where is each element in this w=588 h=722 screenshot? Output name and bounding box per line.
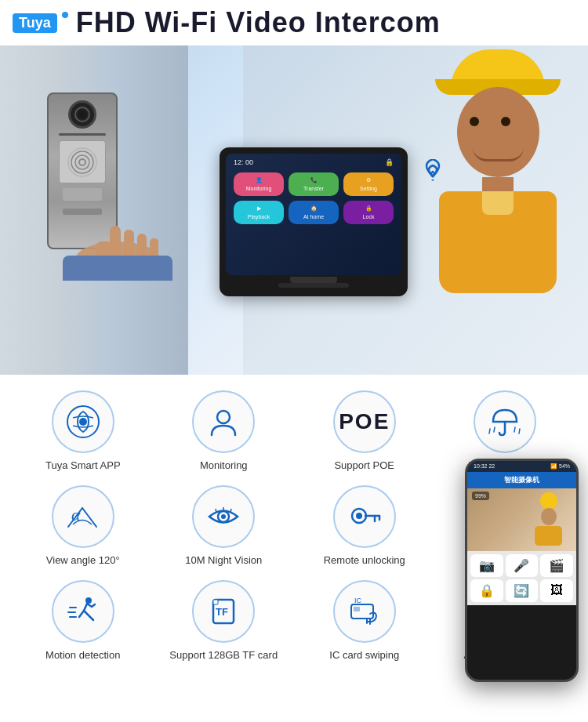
monitor-btn-lock: 🔒 Lock [343, 201, 394, 224]
battery-overlay: 99% [472, 492, 489, 500]
phone-controls-grid: 📷 🎤 🎬 🔒 🔄 🖼 [470, 554, 573, 602]
phone-video-preview: 99% [467, 488, 576, 551]
phone-ctrl-video[interactable]: 🎬 [540, 554, 573, 577]
person-head [457, 87, 539, 177]
phone-app-title: 智能摄像机 [504, 476, 539, 484]
night-vision-icon-svg [205, 499, 241, 535]
remote-unlock-label: Remote unlocking [324, 554, 405, 568]
feature-night-vision: 10M Night Vision [157, 485, 292, 568]
phone-ctrl-camera[interactable]: 📷 [470, 554, 503, 577]
svg-text:IC: IC [354, 597, 362, 604]
lock-icon: 🔒 [365, 205, 372, 212]
wifi-icon [417, 159, 448, 184]
monitor-base [278, 283, 349, 288]
tf-card-icon-svg: TF [205, 593, 241, 629]
monitor-screen: 12: 00 🔒 👤 Monitoring 📞 Transfer ⚙ Setti… [226, 154, 401, 275]
video-face [541, 508, 557, 525]
hand-pressing [63, 202, 220, 320]
phone-controls: 📷 🎤 🎬 🔒 🔄 🖼 [467, 551, 576, 605]
monitoring-label: Monitoring [200, 459, 248, 473]
hero-section: 12: 00 🔒 👤 Monitoring 📞 Transfer ⚙ Setti… [0, 45, 588, 375]
view-angle-label: View angle 120° [46, 554, 120, 568]
phone-ctrl-refresh[interactable]: 🔄 [506, 579, 539, 602]
motion-icon-circle [52, 580, 114, 643]
svg-rect-10 [63, 256, 172, 281]
feature-tf-card: TF Support 128GB TF card [157, 580, 292, 662]
feature-motion: Motion detection [16, 580, 151, 662]
view-angle-icon-svg: α [65, 499, 101, 535]
svg-rect-40 [213, 600, 218, 604]
waterproof-icon-svg [487, 404, 523, 440]
remote-unlock-icon-svg [347, 499, 383, 535]
monitor-btn-playback: ▶ Playback [234, 201, 284, 224]
device-camera [68, 100, 96, 129]
svg-point-12 [79, 418, 87, 426]
phone-ctrl-mic[interactable]: 🎤 [506, 554, 539, 577]
tuya-app-icon [65, 404, 101, 440]
svg-line-24 [216, 509, 216, 513]
tuya-logo-text: Tuya [13, 13, 57, 33]
svg-point-0 [79, 159, 85, 165]
rfid-waves-icon [67, 147, 98, 178]
tuya-app-label: Tuya Smart APP [45, 459, 121, 473]
motion-detection-icon-svg [65, 593, 101, 629]
poe-text: POE [339, 409, 390, 434]
monitoring-icon-svg [205, 404, 241, 440]
athome-label: At home [303, 214, 324, 220]
svg-point-2 [71, 151, 93, 173]
ic-card-label: IC card swiping [329, 649, 399, 662]
phone-status-bar: 10:32 22 📶 54% [467, 461, 576, 472]
svg-point-13 [217, 411, 230, 423]
playback-icon: ▶ [257, 205, 261, 212]
device-rfid-reader [59, 140, 106, 183]
ic-card-icon-svg: IC [347, 593, 383, 629]
feature-ic-card: IC IC card swiping [297, 580, 432, 662]
svg-point-3 [68, 148, 96, 176]
tuya-app-icon-circle [52, 390, 114, 453]
phone-ctrl-gallery[interactable]: 🖼 [540, 579, 573, 602]
svg-line-26 [230, 509, 231, 513]
ic-card-icon-circle: IC [333, 580, 396, 643]
video-person [527, 492, 570, 547]
poe-label: Support POE [334, 459, 394, 473]
video-body [535, 526, 562, 546]
monitor-btn-monitoring: 👤 Monitoring [234, 172, 284, 196]
svg-line-20 [82, 508, 96, 527]
device-separator [59, 133, 106, 136]
device-call-button [63, 188, 102, 201]
left-eye [470, 117, 479, 126]
phone-ctrl-lock[interactable]: 🔒 [470, 579, 503, 602]
feature-poe: POE Support POE [297, 390, 432, 473]
person-body [439, 191, 557, 293]
playback-label: Playback [248, 214, 270, 220]
night-vision-icon-circle [192, 485, 255, 548]
transfer-icon: 📞 [310, 177, 318, 183]
lock-label: Lock [363, 214, 375, 220]
monitor-stand [290, 277, 337, 283]
tf-card-label: Support 128GB TF card [169, 649, 278, 662]
person-neck [482, 177, 514, 193]
svg-point-23 [221, 514, 226, 519]
feature-tuya-app: Tuya Smart APP [16, 390, 151, 473]
monitor-btn-setting: ⚙ Setting [343, 172, 394, 196]
remote-unlock-icon-circle [333, 485, 396, 548]
wifi-icon-area [417, 159, 448, 187]
tuya-logo: Tuya [13, 13, 68, 33]
feature-remote-unlock: Remote unlocking [297, 485, 432, 568]
monitoring-label: Monitoring [246, 186, 272, 191]
person-hat [451, 49, 545, 89]
monitor-time: 12: 00 [234, 158, 253, 166]
view-angle-icon-circle: α [52, 485, 114, 548]
svg-line-18 [519, 429, 520, 434]
phone-app-header: 智能摄像机 [467, 472, 576, 488]
monitoring-icon-circle [192, 390, 255, 453]
svg-line-17 [489, 429, 490, 434]
tuya-logo-dot [62, 12, 68, 18]
svg-rect-42 [354, 607, 360, 611]
svg-line-16 [514, 427, 515, 432]
video-hat [540, 492, 557, 510]
monitor-status-bar: 12: 00 🔒 [230, 158, 397, 166]
monitor-lock-icon: 🔒 [385, 158, 394, 166]
setting-icon: ⚙ [366, 177, 371, 183]
monitor-btn-transfer: 📞 Transfer [289, 172, 339, 196]
